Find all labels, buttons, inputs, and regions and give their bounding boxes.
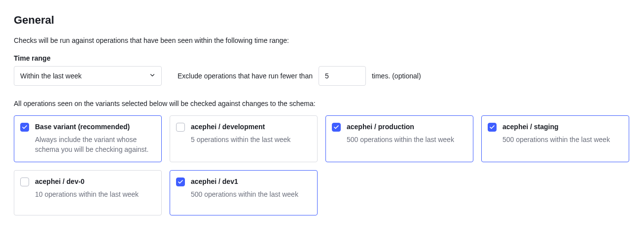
variant-title: acephei / production <box>347 123 466 131</box>
variant-card[interactable]: acephei / development5 operations within… <box>170 115 318 162</box>
variant-checkbox[interactable] <box>20 177 29 186</box>
variant-card[interactable]: Base variant (recommended)Always include… <box>14 115 162 162</box>
check-icon <box>333 124 339 130</box>
variant-card[interactable]: acephei / production500 operations withi… <box>325 115 473 162</box>
exclude-prefix: Exclude operations that have run fewer t… <box>178 72 313 80</box>
variant-subtitle: 10 operations within the last week <box>35 189 154 199</box>
variants-grid: Base variant (recommended)Always include… <box>14 115 630 215</box>
page-title: General <box>14 14 630 27</box>
variant-card[interactable]: acephei / staging500 operations within t… <box>481 115 629 162</box>
variant-subtitle: 500 operations within the last week <box>502 135 622 144</box>
variant-card[interactable]: acephei / dev-010 operations within the … <box>14 170 162 215</box>
variant-card[interactable]: acephei / dev1500 operations within the … <box>170 170 318 215</box>
exclude-group: Exclude operations that have run fewer t… <box>178 66 421 86</box>
time-range-value: Within the last week <box>20 72 82 80</box>
variant-checkbox[interactable] <box>20 123 29 132</box>
variant-checkbox[interactable] <box>488 123 497 132</box>
controls-row: Within the last week Exclude operations … <box>14 66 630 86</box>
check-icon <box>178 179 183 185</box>
variant-subtitle: 500 operations within the last week <box>191 189 310 199</box>
variant-title: acephei / staging <box>502 123 622 131</box>
exclude-suffix: times. (optional) <box>372 72 421 80</box>
variant-checkbox[interactable] <box>176 123 185 132</box>
variant-subtitle: 5 operations within the last week <box>191 135 310 144</box>
time-range-label: Time range <box>14 54 630 62</box>
variant-subtitle: Always include the variant whose schema … <box>35 135 154 155</box>
check-icon <box>489 124 495 130</box>
variant-title: Base variant (recommended) <box>35 123 154 131</box>
time-range-select[interactable]: Within the last week <box>14 66 162 86</box>
variant-checkbox[interactable] <box>332 123 341 132</box>
variant-title: acephei / dev1 <box>191 177 310 185</box>
exclude-count-input[interactable] <box>319 66 366 86</box>
check-icon <box>22 124 28 130</box>
time-range-select-wrapper: Within the last week <box>14 66 162 86</box>
variants-description: All operations seen on the variants sele… <box>14 100 630 107</box>
description-text: Checks will be run against operations th… <box>14 36 630 44</box>
variant-title: acephei / dev-0 <box>35 177 154 185</box>
variant-title: acephei / development <box>191 123 310 131</box>
variant-checkbox[interactable] <box>176 177 185 186</box>
variant-subtitle: 500 operations within the last week <box>347 135 466 144</box>
